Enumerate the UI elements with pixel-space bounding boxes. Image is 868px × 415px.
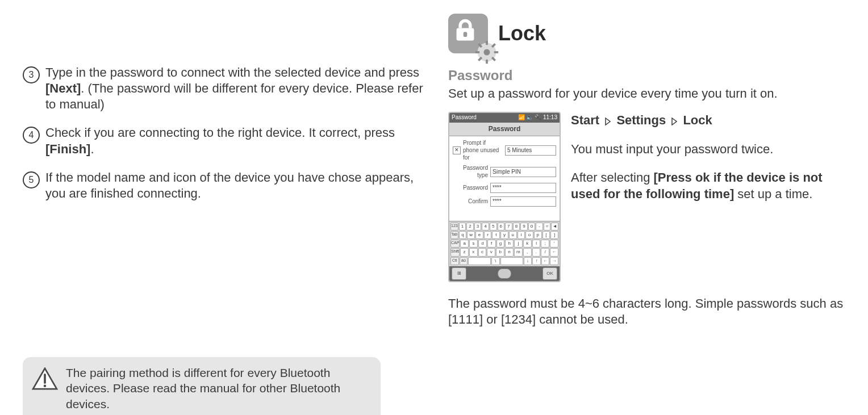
checkbox-icon: ✕ [453,146,461,154]
chevron-right-icon [671,112,677,129]
keyboard-icon [498,269,511,279]
gear-icon [470,35,485,50]
nav-settings: Settings [616,113,666,127]
keyboard-key: d [478,240,487,248]
intro-text: Set up a password for your device every … [448,86,851,102]
step-text: Check if you are connecting to the right… [45,125,425,157]
phone-row-confirm: Confirm **** [453,196,556,207]
phone-field-type: Simple PIN [490,167,556,177]
section-title: Lock [498,20,546,47]
instruction-text: Start Settings Lock You must input your … [571,112,851,282]
phone-row-prompt: ✕ Prompt if phone unused for 5 Minutes [453,140,556,161]
phone-label: Password type [453,165,488,179]
keyboard-key: ◄ [551,223,558,230]
step-4: 4 Check if you are connecting to the rig… [23,125,425,157]
keyboard-key: c [478,248,487,256]
start-icon: ⊞ [452,267,466,280]
instr-line-1: You must input your password twice. [571,141,851,158]
keyboard-key: - [536,223,543,230]
step-text: If the model name and icon of the device… [45,170,425,202]
phone-label: Password [453,185,488,192]
phone-titlebar: Password [449,123,560,136]
keyboard-key: w [467,231,475,239]
lock-heading: Lock [448,14,851,53]
keyboard-key: ] [550,231,558,239]
keyboard-key: o [525,231,533,239]
keyboard-key: Tab [450,231,458,239]
keyboard-key: 3 [474,223,482,230]
keyboard-key [468,257,491,265]
keyboard-key: 123 [450,223,458,230]
notice-box: The pairing method is different for ever… [23,357,381,415]
keyboard-key: = [544,223,551,230]
keyboard-key: CAP [450,240,460,248]
lock-icon [448,14,488,53]
steps-list: 3 Type in the password to connect with t… [23,65,425,214]
keyboard-key: 5 [490,223,497,230]
keyboard-key: 1 [459,223,466,230]
keyboard-key: 9 [520,223,528,230]
keyboard-key: t [492,231,500,239]
keyboard-key: j [514,240,523,248]
keyboard-key: / [541,248,549,256]
keyboard-key: . [532,248,541,256]
keyboard-key: v [487,248,495,256]
keyboard-key: áü [460,257,468,265]
nav-start: Start [571,113,599,127]
svg-point-6 [484,49,490,56]
keyboard-key: , [523,248,532,256]
keyboard-key: x [469,248,478,256]
keyboard-key: ← [550,248,558,256]
keyboard-key: 4 [482,223,489,230]
phone-statusbar: Password 📶 🔈 🔌 11:13 [449,113,560,123]
keyboard-key: q [459,231,467,239]
phone-status-icons: 📶 🔈 🔌 11:13 [518,114,557,121]
phone-screenshot: Password 📶 🔈 🔌 11:13 Password ✕ Prompt i… [448,112,561,282]
step-text: Type in the password to connect with the… [45,65,425,112]
instr-line-2: After selecting [Press ok if the device … [571,169,851,203]
step-marker: 5 [23,171,40,188]
keyboard-key: 0 [528,223,536,230]
subheading-password: Password [448,67,851,85]
keyboard-key: 6 [498,223,505,230]
keyboard-key: a [460,240,469,248]
keyboard-key: k [523,240,532,248]
svg-marker-15 [606,118,610,125]
phone-form: ✕ Prompt if phone unused for 5 Minutes P… [449,136,560,221]
nav-lock: Lock [683,113,712,127]
keyboard-key: ; [541,240,549,248]
phone-label: Confirm [453,198,488,206]
svg-rect-4 [464,32,468,37]
keyboard-key: b [496,248,504,256]
phone-softbar: ⊞ OK [449,266,560,281]
keyboard-key: h [505,240,514,248]
ok-button: OK [542,267,557,280]
keyboard-key: p [534,231,542,239]
keyboard-key: ' [550,240,558,248]
keyboard-key: m [514,248,523,256]
keyboard-key: 2 [466,223,474,230]
keyboard-key: ↑ [532,257,541,265]
keyboard-key: Ctl [450,257,459,265]
keyboard-key: s [469,240,478,248]
step-marker: 4 [23,127,40,144]
keyboard-key: e [475,231,483,239]
instruction-row: Password 📶 🔈 🔌 11:13 Password ✕ Prompt i… [448,112,851,282]
step-3: 3 Type in the password to connect with t… [23,65,425,112]
keyboard-key: \ [491,257,500,265]
keyboard-key: i [518,231,525,239]
phone-field-confirm: **** [490,196,556,207]
keyboard-key: l [532,240,541,248]
notice-text: The pairing method is different for ever… [66,365,372,412]
keyboard-key: f [487,240,496,248]
keyboard-key: Shift [450,248,460,256]
phone-field-password: **** [490,183,556,193]
chevron-right-icon [605,112,611,129]
svg-line-11 [478,44,482,47]
outro-text: The password must be 4~6 characters long… [448,296,851,328]
left-column: 3 Type in the password to connect with t… [23,14,425,415]
phone-label: Prompt if phone unused for [463,140,503,161]
keyboard-key: 7 [505,223,512,230]
phone-status-title: Password [452,114,477,121]
keyboard-key: g [496,240,505,248]
